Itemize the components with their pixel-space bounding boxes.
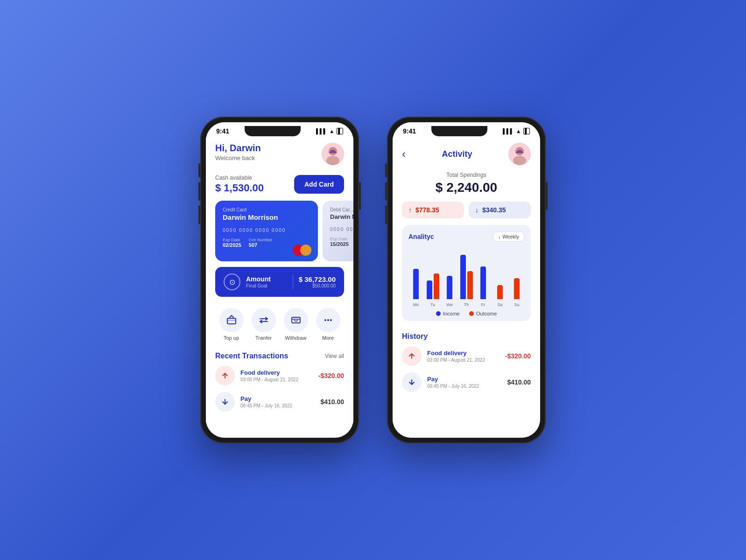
battery-icon2: ▌ bbox=[523, 128, 530, 134]
exp-value: 02/2025 bbox=[223, 242, 241, 248]
tx-amount-0: -$320.00 bbox=[318, 372, 344, 379]
view-all-link[interactable]: View all bbox=[325, 353, 344, 359]
cvn-label: Cvn Number bbox=[249, 238, 273, 242]
day-th: Th bbox=[464, 302, 469, 307]
cash-section: Cash available $ 1,530.00 Add Card bbox=[206, 170, 353, 201]
transfer-icon bbox=[252, 308, 276, 332]
add-card-button[interactable]: Add Card bbox=[294, 175, 344, 194]
tx-icon-0 bbox=[215, 366, 235, 385]
history-item-1: Pay 08:45 PM - July 16, 2022 $410.00 bbox=[402, 372, 531, 392]
amount-label-group: Amount Final Goal bbox=[246, 275, 287, 288]
amount-main: $ 36,723.00 bbox=[299, 275, 336, 283]
withdraw-icon bbox=[284, 308, 308, 332]
day-su: Su bbox=[514, 302, 519, 307]
wifi-icon: ▲ bbox=[329, 128, 334, 134]
battery-icon: ▌ bbox=[337, 128, 343, 134]
amount-sub: $50,000.00 bbox=[299, 283, 336, 288]
exp-label: Exp Date bbox=[223, 238, 241, 242]
bar-tu-red bbox=[434, 273, 439, 299]
tx-date-1: 08:45 PM - July 16, 2022 bbox=[240, 403, 315, 408]
action-topup[interactable]: Top up bbox=[219, 308, 244, 341]
history-date-1: 08:45 PM - July 16, 2022 bbox=[427, 384, 501, 389]
action-transfer[interactable]: Tranfer bbox=[252, 308, 276, 341]
amount-goal: ⊙ Amount Final Goal $ 36,723.00 $50,000.… bbox=[215, 267, 344, 297]
bar-tu: Tu bbox=[425, 248, 440, 307]
cash-amount: $ 1,530.00 bbox=[215, 182, 264, 194]
weekly-button[interactable]: ↓ Weekly bbox=[493, 231, 524, 242]
history-section: History Food delivery 03:00 PM - August … bbox=[393, 327, 540, 404]
action-more[interactable]: More bbox=[316, 308, 340, 341]
svg-point-2 bbox=[326, 156, 339, 165]
bar-mo-blue bbox=[413, 269, 419, 299]
cash-info: Cash available $ 1,530.00 bbox=[215, 175, 264, 194]
activity-header: ‹ Activity bbox=[393, 136, 540, 170]
greeting-hi: Hi, Darwin bbox=[215, 143, 261, 154]
chart-title: Analityc bbox=[408, 233, 434, 240]
transactions-section: Recent Transactions View all Food delive… bbox=[206, 346, 353, 424]
legend-income-label: Income bbox=[443, 311, 460, 316]
bar-th: Th bbox=[459, 248, 474, 307]
debit-card-details: Exp Date 15/2025 Cv 50 bbox=[330, 237, 353, 247]
back-button[interactable]: ‹ bbox=[402, 147, 406, 161]
greeting-section: Hi, Darwin Welcome back bbox=[215, 143, 261, 161]
status-icons2: ▌▌▌ ▲ ▌ bbox=[503, 128, 530, 134]
debit-card[interactable]: Debit Car... Darwin M... 0000 0000 00...… bbox=[323, 201, 353, 261]
phones-container: 9:41 ▌▌▌ ▲ ▌ Hi, Darwin Welcome back bbox=[200, 117, 546, 443]
amount-sublabel: Final Goal bbox=[246, 283, 287, 288]
bar-tu-blue bbox=[427, 280, 432, 299]
legend-outcome-label: Outcome bbox=[476, 311, 497, 316]
action-withdraw[interactable]: Withdraw bbox=[284, 308, 308, 341]
signal-icon2: ▌▌▌ bbox=[503, 128, 514, 134]
bar-th-red bbox=[467, 271, 473, 299]
debit-card-name: Darwin M... bbox=[330, 213, 353, 220]
bar-we-blue bbox=[447, 276, 452, 299]
status-icons1: ▌▌▌ ▲ ▌ bbox=[316, 128, 343, 134]
day-tu: Tu bbox=[430, 302, 435, 307]
mastercard-logo bbox=[293, 245, 311, 256]
transaction-item-0: Food delivery 03:00 PM - August 21, 2022… bbox=[215, 366, 344, 385]
bar-fr-blue bbox=[480, 266, 486, 299]
chart-bars: Mo Tu bbox=[408, 246, 524, 307]
transactions-title: Recent Transactions bbox=[215, 352, 289, 360]
history-icon-0 bbox=[402, 346, 422, 366]
weekly-label: Weekly bbox=[502, 234, 519, 239]
day-we: We bbox=[446, 302, 452, 307]
outcome-icon: ↑ bbox=[408, 206, 412, 214]
chart-header: Analityc ↓ Weekly bbox=[408, 231, 524, 242]
history-icon-1 bbox=[402, 372, 422, 392]
activity-title: Activity bbox=[442, 149, 472, 159]
avatar2 bbox=[508, 143, 531, 165]
phone1: 9:41 ▌▌▌ ▲ ▌ Hi, Darwin Welcome back bbox=[200, 117, 359, 443]
phone1-wrapper: 9:41 ▌▌▌ ▲ ▌ Hi, Darwin Welcome back bbox=[200, 117, 359, 443]
bar-sa-red bbox=[497, 285, 503, 299]
svg-point-10 bbox=[327, 319, 329, 321]
withdraw-label: Withdraw bbox=[285, 335, 307, 341]
svg-point-11 bbox=[330, 319, 332, 321]
income-amount: $340.35 bbox=[482, 206, 506, 214]
history-name-0: Food delivery bbox=[427, 350, 500, 357]
actions-section: Top up Tranfer bbox=[206, 302, 353, 346]
phone2: 9:41 ▌▌▌ ▲ ▌ ‹ Activity bbox=[387, 117, 546, 443]
day-sa: Sa bbox=[497, 302, 502, 307]
phone2-wrapper: 9:41 ▌▌▌ ▲ ▌ ‹ Activity bbox=[387, 117, 546, 443]
history-info-0: Food delivery 03:00 PM - August 21, 2022 bbox=[427, 350, 500, 363]
outcome-badge: ↑ $778.35 bbox=[402, 202, 464, 218]
bar-su: Su bbox=[509, 248, 524, 307]
credit-card[interactable]: Credit Card Darwin Morrison 0000 0000 00… bbox=[215, 201, 318, 261]
history-amount-1: $410.00 bbox=[507, 378, 531, 386]
phone1-screen: 9:41 ▌▌▌ ▲ ▌ Hi, Darwin Welcome back bbox=[206, 122, 353, 438]
cards-section: Credit Card Darwin Morrison 0000 0000 00… bbox=[206, 201, 353, 267]
tx-icon-1 bbox=[215, 392, 235, 412]
more-icon bbox=[316, 308, 340, 332]
spending-badges: ↑ $778.35 ↓ $340.35 bbox=[393, 202, 540, 225]
chart-legend: Income Outcome bbox=[408, 311, 524, 316]
legend-dot-outcome bbox=[469, 311, 474, 316]
divider bbox=[293, 275, 293, 289]
history-amount-0: -$320.00 bbox=[505, 352, 531, 360]
history-item-0: Food delivery 03:00 PM - August 21, 2022… bbox=[402, 346, 531, 366]
bar-sa: Sa bbox=[493, 248, 507, 307]
svg-rect-4 bbox=[227, 320, 236, 321]
power-button bbox=[359, 182, 361, 210]
notch2 bbox=[431, 126, 487, 136]
transaction-item-1: Pay 08:45 PM - July 16, 2022 $410.00 bbox=[215, 392, 344, 412]
